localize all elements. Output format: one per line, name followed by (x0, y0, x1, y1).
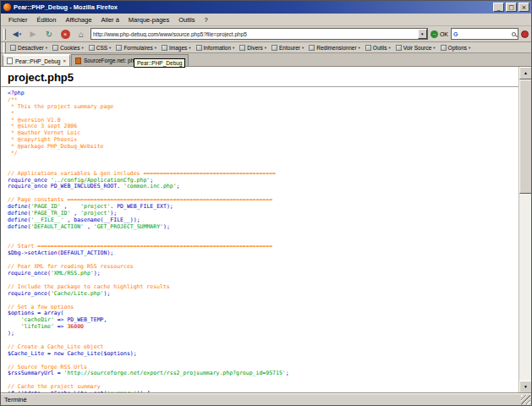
options-icon (441, 45, 447, 51)
window-controls: _ □ × (493, 3, 529, 12)
webdeveloper-toolbar: Désactiver▾ Cookies▾ CSS▾ Formulaires▾ I… (1, 42, 531, 53)
extension-icon[interactable] (521, 30, 529, 38)
code-line: */ (8, 151, 518, 157)
window-title: Pear::PHP_Debug - Mozilla Firefox (14, 3, 493, 11)
chevron-down-icon: ▾ (46, 46, 47, 50)
devbar-item-css[interactable]: CSS▾ (86, 45, 114, 51)
forward-button[interactable]: ▶ (26, 28, 40, 41)
code-line: require_once PD_WEB_INCLUDES_ROOT. 'comm… (8, 184, 518, 190)
url-input[interactable] (93, 29, 418, 39)
devbar-item-information[interactable]: Information▾ (194, 45, 238, 51)
devbar-label: Désactiver (18, 45, 44, 51)
tools-icon (365, 45, 371, 51)
go-button[interactable]: → OK (431, 30, 448, 38)
tab-favicon-sourceforge (75, 58, 81, 64)
scrollbar-thumb[interactable] (519, 80, 531, 194)
devbar-item-disable[interactable]: Désactiver▾ (8, 45, 50, 51)
back-icon: ◀ (13, 30, 19, 38)
menu-affichage[interactable]: Affichage (61, 15, 96, 25)
search-icon (512, 32, 516, 36)
chevron-down-icon: ▾ (388, 46, 390, 50)
stop-icon: × (61, 30, 70, 39)
page-viewport: project.php5 <?php/** * This the project… (1, 67, 518, 393)
chevron-down-icon: ▾ (265, 46, 266, 50)
maximize-button[interactable]: □ (506, 3, 517, 12)
devbar-item-tools[interactable]: Outils▾ (363, 45, 393, 51)
menu-bar: Fichier Édition Affichage Aller à Marque… (1, 14, 531, 26)
devbar-label: Options (448, 45, 467, 51)
close-button[interactable]: × (518, 3, 529, 12)
menu-outils[interactable]: Outils (174, 15, 199, 25)
devbar-item-cookies[interactable]: Cookies▾ (50, 45, 86, 51)
view-source-icon (396, 45, 402, 51)
forms-icon (116, 45, 122, 51)
tab-favicon (7, 58, 13, 64)
reload-icon: ↻ (46, 30, 52, 39)
menu-fichier[interactable]: Fichier (4, 15, 32, 25)
page-content: project.php5 <?php/** * This the project… (1, 67, 531, 393)
code-line: * (8, 111, 518, 118)
forward-icon: ▶ (30, 30, 36, 38)
disable-icon (10, 45, 16, 51)
code-line: * This the project summary page (8, 104, 518, 111)
misc-icon (239, 45, 245, 51)
devbar-item-view-source[interactable]: Voir Source▾ (393, 45, 438, 51)
chevron-down-icon: ▾ (469, 46, 470, 50)
resize-grip[interactable] (521, 395, 530, 404)
outline-icon (271, 45, 277, 51)
browser-window: Pear::PHP_Debug - Mozilla Firefox _ □ × … (0, 0, 532, 406)
menu-marque-pages[interactable]: Marque-pages (124, 15, 173, 25)
search-engine-icon[interactable]: G (453, 31, 458, 37)
devbar-label: Redimensionner (316, 45, 356, 51)
search-input[interactable] (459, 31, 510, 37)
tab-close-icon[interactable]: × (63, 58, 66, 63)
stop-button[interactable]: × (58, 28, 72, 41)
code-block: <?php/** * This the project summary page… (1, 87, 518, 393)
minimize-button[interactable]: _ (493, 3, 504, 12)
go-button-label: OK (440, 31, 448, 37)
menu-aller-a[interactable]: Aller à (97, 15, 123, 25)
devbar-item-options[interactable]: Options▾ (438, 45, 474, 51)
code-line (8, 157, 518, 164)
devbar-label: Entourer (279, 45, 300, 51)
menu-edition[interactable]: Édition (33, 15, 61, 25)
url-history-dropdown[interactable]: ▾ (418, 29, 427, 39)
toolbar-grippy (3, 42, 6, 53)
firefox-icon (3, 3, 11, 11)
code-line: define('DEFAULT_ACTION' , 'GET_PROJECT_S… (8, 224, 518, 231)
css-icon (89, 45, 95, 51)
scroll-up-button[interactable]: ▲ (519, 67, 531, 80)
devbar-item-forms[interactable]: Formulaires▾ (113, 45, 159, 51)
code-line: <?php (8, 91, 518, 97)
chevron-down-icon: ▾ (109, 46, 111, 50)
scroll-down-button[interactable]: ▼ (519, 381, 531, 393)
code-line: $rssSummaryUrl = 'http://sourceforge.net… (8, 370, 518, 377)
code-line: $Cache_Lite = new Cache_Lite($options); (8, 351, 518, 358)
devbar-item-misc[interactable]: Divers▾ (237, 45, 269, 51)
chevron-down-icon: ▾ (189, 46, 190, 50)
images-icon (162, 45, 167, 51)
menu-aide[interactable]: ? (200, 15, 211, 25)
devbar-item-resize[interactable]: Redimensionner▾ (306, 45, 363, 51)
code-line: $Dbg->setAction(DEFAULT_ACTION); (8, 250, 518, 257)
devbar-item-images[interactable]: Images▾ (159, 45, 194, 51)
go-arrow-icon: → (431, 30, 438, 38)
tab-label: Pear::PHP_Debug (15, 58, 60, 64)
information-icon (196, 45, 202, 51)
code-line: require_once('Cache/Lite.php'); (8, 291, 518, 298)
page-header: project.php5 (1, 67, 518, 87)
back-button[interactable]: ◀ ▾ (10, 28, 24, 41)
reload-button[interactable]: ↻ (42, 28, 56, 41)
tab-bar: Pear::PHP_Debug × SourceForge.net: phpde… (1, 53, 531, 67)
vertical-scrollbar[interactable]: ▲ ▼ (518, 67, 531, 393)
toolbar-grippy (3, 29, 6, 40)
code-line: // Set a few options (8, 304, 518, 311)
devbar-item-outline[interactable]: Entourer▾ (269, 45, 306, 51)
home-icon: ⌂ (79, 30, 84, 39)
home-button[interactable]: ⌂ (74, 28, 88, 41)
code-line: * @version V1.0 (8, 118, 518, 124)
chevron-down-icon: ▾ (81, 46, 83, 50)
status-text: Terminé (4, 396, 27, 403)
tab-php-debug[interactable]: Pear::PHP_Debug × (3, 54, 70, 66)
chevron-down-icon: ▾ (233, 46, 234, 50)
